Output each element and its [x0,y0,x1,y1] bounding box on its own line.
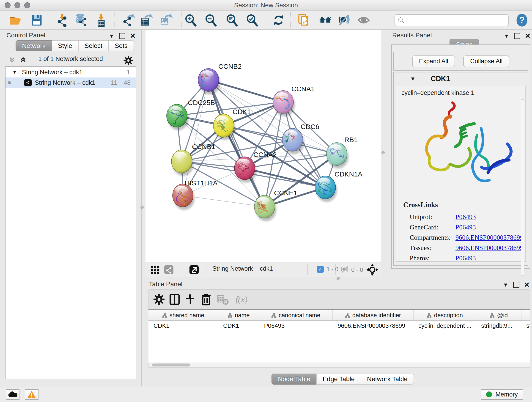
column-header-shared-name[interactable]: shared name [148,310,218,320]
node-RB1[interactable]: RB1 [326,136,358,168]
tree-expand-icon[interactable]: ▼ [12,70,17,75]
crosslink-value-link[interactable]: 9606.ENSP00000378699 [456,244,523,252]
column-header-description[interactable]: description [413,310,476,320]
zoom-fit-icon[interactable] [225,13,239,27]
tab-style[interactable]: Style [52,40,78,51]
node-HIST1H1A[interactable]: HIST1H1A [172,179,217,210]
zoom-in-icon[interactable] [183,13,198,27]
zoom-selected-icon[interactable] [245,13,259,27]
tab-node-table[interactable]: Node Table [272,374,317,385]
expand-all-button[interactable]: Expand All [412,56,455,67]
node-CDKN1A[interactable]: CDKN1A [315,170,362,202]
import-network-file-icon[interactable] [55,13,70,27]
column-header-canonical-name[interactable]: canonical name [259,310,333,320]
network-selection-status: 1 of 1 Network selected [0,56,141,63]
collapse-table-panel-icon[interactable]: ▼ [503,282,508,288]
external-window-icon[interactable] [188,264,201,276]
column-header-name[interactable]: name [218,310,259,320]
crosslink-value-link[interactable]: P06493 [456,223,476,231]
zoom-out-icon[interactable] [203,13,218,27]
table-cell[interactable]: cyclin–dependent ... [413,320,476,331]
float-results-icon[interactable] [514,33,520,39]
table-cell[interactable]: stringdb:9... [476,320,521,331]
string-home-icon[interactable] [318,13,333,27]
network-tree-row[interactable]: ▼ String Network – cdk1 1 [6,67,136,77]
crosslink-label: Uniprot: [410,213,456,221]
toolbar-separator [265,12,265,27]
tab-edge-table[interactable]: Edge Table [317,374,361,385]
table-cell[interactable]: P06493 [259,320,333,331]
netbar-separator [307,264,308,275]
hide-glass-ball-icon[interactable] [336,13,351,27]
tab-select[interactable]: Select [78,40,109,51]
close-table-panel-icon[interactable]: ✕ [524,281,530,288]
export-network-icon[interactable] [121,13,135,27]
tab-sets[interactable]: Sets [109,40,134,51]
collapse-all-button[interactable]: Collapse All [463,56,509,67]
table-cell[interactable]: CDK1 [148,320,218,331]
float-table-panel-icon[interactable] [513,282,519,288]
collapse-results-icon[interactable]: ▼ [504,33,509,39]
gene-description: cyclin–dependent kinase 1 [401,89,474,96]
network-tree-row[interactable]: String Network – cdk1 11 48 [6,77,136,88]
close-results-icon[interactable]: ✕ [525,32,531,39]
import-table-icon[interactable] [94,13,108,27]
copy-network-icon[interactable] [297,13,312,27]
hidden-eye-icon[interactable] [340,264,350,275]
edge-HIST1H1A-CCNE1[interactable] [183,196,265,207]
save-session-icon[interactable] [29,13,44,27]
node-CCNB2[interactable]: CCNB2 [198,63,242,95]
import-network-database-icon[interactable] [74,13,89,27]
export-image-icon[interactable] [158,13,173,27]
table-cell[interactable]: 9606.ENSP00000378699 [333,320,413,331]
table-cell[interactable]: stringdb [521,320,530,331]
tab-network[interactable]: Network [16,40,52,51]
birdseye-icon[interactable] [366,264,379,276]
node-CDC6[interactable]: CDC6 [282,123,319,154]
bottom-splitter-handle[interactable] [336,277,340,280]
network-canvas[interactable]: CCNB2 CCNA1 CDC25B CDK1 CDC6 RB1 [146,30,381,262]
toolbar-separator [114,12,115,27]
table-cell[interactable]: CDK1 [218,320,259,331]
collapse-gene-icon[interactable]: ▼ [410,76,416,82]
crosslink-value-link[interactable]: P06493 [456,213,476,221]
show-columns-icon[interactable] [168,293,181,306]
left-splitter-handle[interactable] [140,206,144,209]
crosslink-value-link[interactable]: P06493 [456,254,476,262]
add-column-icon[interactable] [183,293,197,306]
open-session-icon[interactable] [8,13,23,27]
crosslink-value-link[interactable]: 9606.ENSP00000378699 [456,234,523,241]
node-CCNE1[interactable]: CCNE1 [254,189,298,221]
column-header-namespace[interactable]: namespace [521,310,530,320]
float-panel-icon[interactable] [119,33,125,39]
search-box[interactable] [394,14,509,26]
show-structures-icon[interactable] [356,13,371,27]
delete-column-icon[interactable] [199,293,213,306]
results-scrollbar[interactable] [521,99,524,275]
grid-view-icon[interactable] [149,264,162,276]
export-table-icon[interactable] [138,13,153,27]
tab-network-table[interactable]: Network Table [361,374,414,385]
network-edge-count: 48 [124,79,131,86]
table-row[interactable]: CDK1CDK1P064939606.ENSP00000378699cyclin… [148,320,530,331]
help-icon[interactable]: ? [515,13,528,26]
network-options-gear-icon[interactable] [123,56,133,66]
collapse-panel-icon[interactable]: ▼ [109,33,114,39]
selected-checkbox[interactable]: ✓ [317,266,324,273]
warning-status-button[interactable] [25,389,38,400]
table-hscrollbar[interactable] [148,363,530,368]
control-panel-title: Control Panel [6,32,45,39]
column-header-@id[interactable]: @id [476,310,521,320]
table-hscroll-thumb[interactable] [152,364,190,366]
right-splitter-handle[interactable] [381,151,385,154]
node-CDC25B[interactable]: CDC25B [167,99,215,130]
apply-layout-icon[interactable] [271,13,286,27]
cloud-status-button[interactable] [6,389,19,400]
share-view-icon[interactable] [162,264,175,276]
edge-CCNB2-CCNE1[interactable] [209,80,265,207]
search-input[interactable] [406,17,508,24]
column-header-database-identifier[interactable]: database identifier [333,310,413,320]
close-panel-icon[interactable]: ✕ [130,32,136,39]
table-settings-icon[interactable] [152,293,166,306]
memory-button[interactable]: Memory [481,389,523,400]
